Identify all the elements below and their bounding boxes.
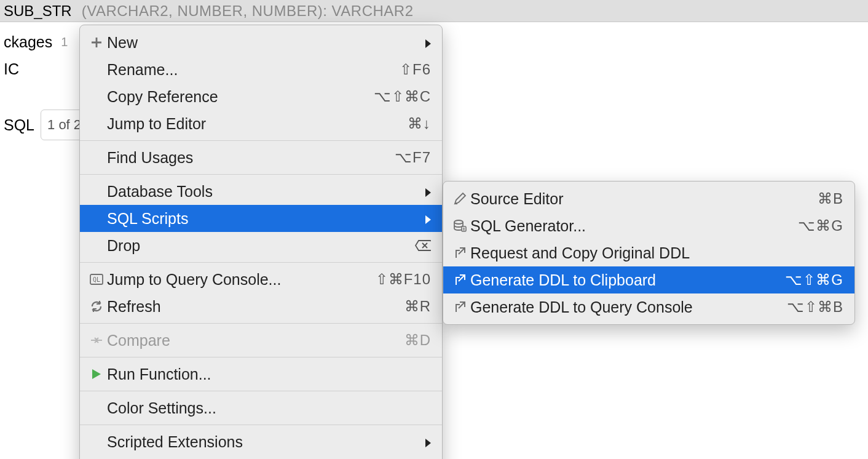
context-menu: New Rename... ⇧F6 Copy Reference ⌥⇧⌘C Ju… xyxy=(79,25,443,459)
menu-label: Jump to Query Console... xyxy=(107,271,376,289)
console-icon: QL xyxy=(86,274,107,285)
submenu-generate-ddl-console[interactable]: Generate DDL to Query Console ⌥⇧⌘B xyxy=(443,293,854,321)
export-icon xyxy=(449,274,470,286)
menu-label: Generate DDL to Clipboard xyxy=(470,271,785,289)
submenu-sql-generator[interactable]: SQL Generator... ⌥⌘G xyxy=(443,212,854,239)
export-icon xyxy=(449,247,470,259)
menu-label: SQL Scripts xyxy=(107,210,422,228)
submenu-request-copy-ddl[interactable]: Request and Copy Original DDL xyxy=(443,239,854,266)
shortcut-label: ⇧F6 xyxy=(400,61,431,78)
delete-icon xyxy=(415,239,431,252)
menu-label: Jump to Editor xyxy=(107,115,408,133)
shortcut-label: ⌘R xyxy=(404,298,431,315)
menu-separator xyxy=(80,174,442,175)
submenu-arrow-icon xyxy=(422,210,431,228)
menu-label: Color Settings... xyxy=(107,399,431,417)
menu-refresh[interactable]: Refresh ⌘R xyxy=(80,293,442,320)
menu-new[interactable]: New xyxy=(80,29,442,56)
menu-drop[interactable]: Drop xyxy=(80,232,442,259)
submenu-source-editor[interactable]: Source Editor ⌘B xyxy=(443,185,854,212)
run-icon xyxy=(86,368,107,380)
menu-run-function[interactable]: Run Function... xyxy=(80,361,442,388)
sql-scripts-submenu: Source Editor ⌘B SQL Generator... ⌥⌘G Re… xyxy=(443,181,855,325)
menu-label: Compare xyxy=(107,332,404,349)
menu-label: SQL Generator... xyxy=(470,217,798,235)
shortcut-label: ⌘D xyxy=(404,332,431,349)
menu-separator xyxy=(80,262,442,263)
menu-label: Request and Copy Original DDL xyxy=(470,244,843,262)
compare-icon xyxy=(86,335,107,346)
svg-rect-5 xyxy=(462,226,466,231)
menu-database-tools[interactable]: Database Tools xyxy=(80,178,442,205)
svg-text:QL: QL xyxy=(93,276,100,283)
menu-jump-to-editor[interactable]: Jump to Editor ⌘↓ xyxy=(80,110,442,137)
menu-diagrams: Diagrams xyxy=(80,455,442,459)
plus-icon xyxy=(86,36,107,49)
menu-label: New xyxy=(107,34,422,52)
menu-separator xyxy=(80,323,442,324)
count-badge: 1 xyxy=(58,28,70,55)
shortcut-label: ⌘↓ xyxy=(408,115,431,132)
database-icon xyxy=(449,219,470,233)
breadcrumb-bar: SUB_STR (VARCHAR2, NUMBER, NUMBER): VARC… xyxy=(0,0,868,22)
shortcut-label: ⌥⇧⌘B xyxy=(787,298,843,316)
submenu-arrow-icon xyxy=(422,433,431,451)
tree-label: ckages xyxy=(4,28,52,55)
submenu-arrow-icon xyxy=(422,183,431,201)
tree-label: SQL xyxy=(4,111,34,138)
shortcut-label: ⌥F7 xyxy=(395,149,431,166)
menu-rename[interactable]: Rename... ⇧F6 xyxy=(80,56,442,83)
menu-label: Drop xyxy=(107,237,415,255)
object-signature: (VARCHAR2, NUMBER, NUMBER): VARCHAR2 xyxy=(82,2,414,20)
pencil-icon xyxy=(449,192,470,206)
menu-label: Generate DDL to Query Console xyxy=(470,298,787,316)
submenu-generate-ddl-clipboard[interactable]: Generate DDL to Clipboard ⌥⇧⌘G xyxy=(443,266,854,293)
menu-separator xyxy=(80,425,442,425)
menu-copy-reference[interactable]: Copy Reference ⌥⇧⌘C xyxy=(80,83,442,110)
shortcut-label: ⌥⇧⌘C xyxy=(374,88,431,105)
menu-label: Source Editor xyxy=(470,190,818,208)
menu-sql-scripts[interactable]: SQL Scripts xyxy=(80,205,442,232)
menu-label: Refresh xyxy=(107,298,404,316)
export-icon xyxy=(449,301,470,313)
menu-label: Copy Reference xyxy=(107,88,374,106)
menu-separator xyxy=(80,391,442,391)
submenu-arrow-icon xyxy=(422,34,431,52)
shortcut-label: ⇧⌘F10 xyxy=(376,271,431,288)
menu-label: Find Usages xyxy=(107,149,395,167)
object-name: SUB_STR xyxy=(4,2,72,20)
refresh-icon xyxy=(86,300,107,313)
tree-label: IC xyxy=(4,55,19,82)
svg-point-4 xyxy=(454,220,463,224)
shortcut-label: ⌥⌘G xyxy=(798,217,843,234)
shortcut-label: ⌥⇧⌘G xyxy=(785,271,843,289)
menu-separator xyxy=(80,357,442,357)
menu-compare: Compare ⌘D xyxy=(80,327,442,354)
menu-scripted-extensions[interactable]: Scripted Extensions xyxy=(80,428,442,455)
menu-find-usages[interactable]: Find Usages ⌥F7 xyxy=(80,144,442,171)
menu-label: Database Tools xyxy=(107,183,422,201)
menu-label: Run Function... xyxy=(107,365,431,383)
shortcut-label: ⌘B xyxy=(818,190,843,207)
menu-jump-to-console[interactable]: QL Jump to Query Console... ⇧⌘F10 xyxy=(80,266,442,293)
menu-label: Scripted Extensions xyxy=(107,433,422,451)
menu-color-settings[interactable]: Color Settings... xyxy=(80,394,442,421)
menu-label: Rename... xyxy=(107,61,400,79)
menu-separator xyxy=(80,140,442,141)
